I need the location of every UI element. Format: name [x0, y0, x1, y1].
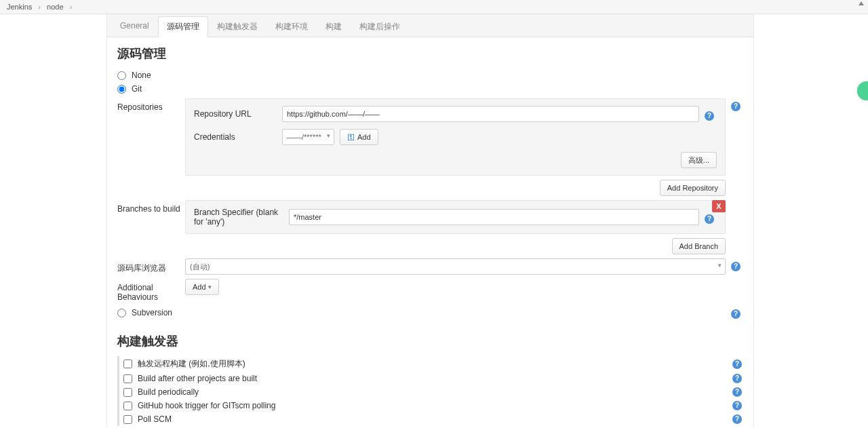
help-icon[interactable]: ? — [731, 309, 741, 319]
help-icon[interactable]: ? — [705, 214, 714, 224]
trigger-after-other-checkbox[interactable] — [123, 374, 132, 383]
tab-env[interactable]: 构建环境 — [267, 16, 317, 37]
add-behaviour-button[interactable]: Add — [185, 279, 219, 295]
breadcrumb-sep: › — [38, 3, 41, 11]
repository-box: Repository URL ? Credentials ——/****** — [185, 98, 726, 176]
help-icon[interactable]: ? — [731, 262, 741, 271]
scm-radio-none[interactable] — [117, 71, 126, 80]
add-branch-button[interactable]: Add Branch — [672, 238, 726, 254]
tab-scm[interactable]: 源码管理 — [158, 16, 208, 37]
scm-label-git: Git — [132, 84, 142, 94]
breadcrumb-job[interactable]: node — [47, 3, 63, 11]
trigger-github-hook-label: GitHub hook trigger for GITscm polling — [138, 401, 275, 410]
scm-radio-subversion[interactable] — [117, 309, 126, 317]
floating-assist-badge[interactable] — [857, 81, 868, 100]
scm-radio-git[interactable] — [117, 85, 126, 94]
help-icon[interactable]: ? — [732, 374, 742, 383]
branch-specifier-label: Branch Specifier (blank for 'any') — [194, 208, 289, 227]
add-repository-button[interactable]: Add Repository — [660, 180, 726, 196]
trigger-github-hook-checkbox[interactable] — [123, 402, 132, 410]
help-icon[interactable]: ? — [732, 401, 742, 410]
scm-label-none: None — [132, 71, 151, 80]
trigger-remote-label: 触发远程构建 (例如,使用脚本) — [138, 358, 245, 370]
repo-url-label: Repository URL — [194, 109, 282, 119]
help-icon[interactable]: ? — [732, 359, 742, 369]
section-triggers: 构建触发器 触发远程构建 (例如,使用脚本) ? Build after oth… — [107, 325, 753, 428]
triggers-title: 构建触发器 — [117, 333, 743, 349]
addl-behaviours-label: Additional Behaviours — [117, 279, 185, 302]
credentials-label: Credentials — [194, 132, 282, 142]
trigger-poll-scm-label: Poll SCM — [138, 414, 172, 424]
credentials-select[interactable]: ——/****** — [282, 129, 334, 145]
scm-label-subversion: Subversion — [132, 308, 172, 317]
add-credentials-label: Add — [357, 133, 371, 141]
tab-build[interactable]: 构建 — [317, 16, 351, 37]
advanced-button[interactable]: 高级... — [681, 152, 717, 168]
breadcrumb: Jenkins › node › — [0, 0, 868, 14]
help-icon[interactable]: ? — [731, 102, 741, 111]
help-icon[interactable]: ? — [732, 387, 742, 397]
branches-label: Branches to build — [117, 200, 185, 214]
breadcrumb-jenkins[interactable]: Jenkins — [7, 3, 32, 11]
help-icon[interactable]: ? — [732, 414, 742, 424]
repo-url-input[interactable] — [282, 106, 699, 122]
tab-general[interactable]: General — [111, 16, 158, 37]
scroll-top-icon[interactable] — [859, 1, 865, 8]
trigger-periodic-label: Build periodically — [138, 387, 199, 397]
repositories-label: Repositories — [117, 98, 185, 112]
scm-title: 源码管理 — [117, 45, 743, 62]
trigger-after-other-label: Build after other projects are built — [138, 374, 257, 383]
repo-browser-select[interactable]: (自动) — [185, 258, 726, 275]
repo-browser-label: 源码库浏览器 — [117, 258, 185, 274]
tab-post[interactable]: 构建后操作 — [351, 16, 409, 37]
tab-triggers[interactable]: 构建触发器 — [208, 16, 267, 37]
config-tabs: General 源码管理 构建触发器 构建环境 构建 构建后操作 — [107, 14, 753, 37]
key-icon: ⚿ — [347, 133, 355, 141]
add-credentials-button[interactable]: ⚿ Add — [340, 129, 378, 145]
trigger-poll-scm-checkbox[interactable] — [123, 415, 132, 424]
trigger-remote-checkbox[interactable] — [123, 359, 132, 368]
help-icon[interactable]: ? — [705, 111, 714, 121]
branch-box: X Branch Specifier (blank for 'any') ? — [185, 200, 726, 234]
delete-branch-button[interactable]: X — [712, 200, 726, 212]
branch-specifier-input[interactable] — [289, 209, 699, 225]
section-scm: 源码管理 None Git Repositories Repository UR… — [107, 37, 753, 325]
breadcrumb-sep: › — [70, 3, 73, 11]
trigger-periodic-checkbox[interactable] — [123, 388, 132, 397]
